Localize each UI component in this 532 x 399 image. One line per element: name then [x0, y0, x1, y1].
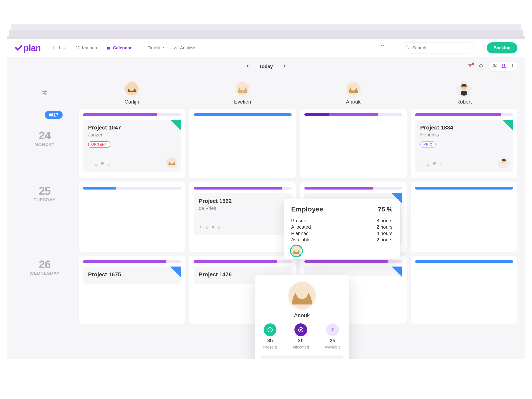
task-card[interactable]: [304, 266, 402, 276]
employee-avatar-ring[interactable]: [291, 246, 302, 256]
search-input[interactable]: [412, 45, 471, 51]
date-day: MONDAY: [34, 142, 55, 147]
avatar: [346, 82, 361, 96]
search-box[interactable]: [401, 42, 475, 53]
comments-count: 8: [218, 225, 220, 230]
card-tag: URGENT: [88, 141, 110, 148]
tab-analysis[interactable]: Analysis: [174, 45, 196, 51]
tab-label: Calendar: [113, 45, 132, 51]
date-number: 26: [39, 258, 50, 271]
calendar-slot[interactable]: [411, 256, 517, 323]
comments-count: 6: [108, 162, 110, 167]
date-number: 25: [39, 184, 50, 197]
popover-title: Employee: [291, 205, 323, 213]
clock-icon: [264, 323, 277, 336]
calendar-icon: [107, 46, 111, 50]
upload-icon: [88, 162, 92, 167]
timeline-icon: [141, 46, 146, 50]
svg-point-5: [53, 49, 53, 49]
search-icon: [405, 45, 410, 51]
resource-icon[interactable]: [510, 63, 515, 70]
upload-count: 1: [427, 162, 429, 167]
svg-point-19: [129, 86, 134, 91]
upload-count: 1: [95, 162, 97, 167]
tab-calendar[interactable]: Calendar: [107, 45, 132, 51]
stat-label: Present: [291, 218, 308, 223]
calendar-slot[interactable]: Project 1834 Hendriks PRIO 1 4: [411, 109, 517, 178]
metric-allocated[interactable]: 2h Allocated: [292, 323, 309, 349]
deployable-label: Deployable hours: [264, 358, 340, 359]
metric-value: 2h: [330, 338, 335, 343]
resource-header-carlijn[interactable]: Carlijn: [79, 82, 185, 105]
calendar-slot[interactable]: Project 1675: [79, 256, 185, 323]
metric-present[interactable]: 8h Present: [263, 323, 277, 349]
metric-value: 2h: [298, 338, 304, 343]
svg-point-23: [350, 85, 356, 91]
assignee-avatar[interactable]: [167, 157, 177, 168]
next-arrow[interactable]: [283, 64, 286, 70]
task-card[interactable]: Project 1562 de Vries 3 8: [194, 193, 292, 235]
comments-icon: [432, 162, 437, 167]
kanban-icon: [76, 46, 80, 50]
date-day: WEDNESDAY: [30, 271, 60, 276]
resource-name: Robert: [456, 99, 472, 105]
card-tag: PRIO: [420, 141, 436, 148]
load-bar: [194, 187, 292, 190]
metric-label: Present: [263, 345, 277, 349]
compass-icon: [294, 323, 307, 336]
calendar-slot[interactable]: [79, 182, 185, 252]
board-area: Carlijn Evelien Anouk Robert: [7, 76, 526, 359]
date-number: 24: [39, 129, 50, 142]
employee-popover: Employee 75 % Present8 hours Allocated2 …: [284, 199, 400, 259]
card-subtitle: Hendriks: [420, 132, 508, 138]
brand-check-icon: [15, 44, 22, 52]
card-corner-flag: [392, 266, 402, 277]
stat-label: Available: [291, 237, 310, 243]
card-subtitle: Janzen: [88, 132, 176, 138]
brand-logo[interactable]: plan: [15, 43, 41, 53]
status-dot: [298, 253, 302, 257]
visibility-icon[interactable]: [478, 63, 484, 70]
shuffle-icon[interactable]: [42, 89, 48, 97]
metric-value: 8h: [267, 338, 273, 343]
filter-icon[interactable]: [468, 63, 473, 70]
svg-line-14: [408, 48, 409, 49]
fullscreen-icon[interactable]: [380, 45, 385, 51]
comments-count: 4: [440, 162, 442, 167]
task-card[interactable]: Project 1834 Hendriks PRIO 1 4: [415, 120, 513, 171]
resource-name: Anouk: [294, 312, 310, 319]
today-button[interactable]: Today: [259, 64, 273, 69]
puzzle-icon[interactable]: [492, 63, 497, 70]
tab-timeline[interactable]: Timeline: [141, 45, 164, 51]
calendar-slot[interactable]: [189, 109, 296, 178]
backlog-button[interactable]: Backlog: [487, 42, 517, 53]
metric-available[interactable]: 2h Available: [324, 323, 341, 349]
week-pill[interactable]: W17: [45, 111, 63, 119]
task-card[interactable]: Project 1047 Janzen URGENT 1 6: [83, 120, 181, 171]
comments-icon: [211, 225, 215, 230]
tab-list[interactable]: List: [53, 45, 66, 51]
assignee-avatar[interactable]: [499, 157, 509, 168]
card-title: Project 1047: [88, 125, 176, 131]
load-bar: [83, 113, 181, 116]
prev-arrow[interactable]: [246, 64, 249, 70]
upload-icon: [420, 162, 424, 167]
resource-name: Anouk: [346, 99, 361, 105]
resource-header-evelien[interactable]: Evelien: [189, 82, 296, 105]
resource-header-robert[interactable]: Robert: [411, 82, 517, 105]
calendar-slot[interactable]: Project 1562 de Vries 3 8: [189, 182, 296, 252]
avatar: [288, 281, 316, 310]
stat-label: Allocated: [291, 224, 311, 230]
resource-header-anouk[interactable]: Anouk: [300, 82, 407, 105]
calendar-slot[interactable]: [411, 182, 517, 252]
calendar-slot[interactable]: Project 1047 Janzen URGENT 1 6: [79, 109, 185, 178]
resource-detail-popover: Anouk 8h Present 2h Allocated: [255, 275, 349, 359]
filter-badge: [472, 63, 474, 65]
people-icon[interactable]: [501, 63, 506, 70]
load-bar: [194, 260, 292, 263]
view-tabs: List Kanban Calendar Timeline: [53, 45, 196, 51]
card-title: Project 1562: [199, 198, 286, 204]
tab-kanban[interactable]: Kanban: [76, 45, 97, 51]
task-card[interactable]: Project 1675: [83, 266, 181, 284]
calendar-slot[interactable]: [300, 109, 407, 178]
